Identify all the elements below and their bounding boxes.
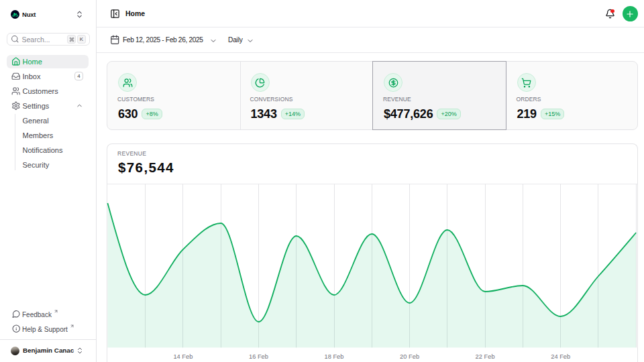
svg-text:16 Feb: 16 Feb — [249, 353, 268, 360]
svg-text:18 Feb: 18 Feb — [325, 353, 344, 360]
svg-text:22 Feb: 22 Feb — [476, 353, 495, 360]
svg-text:14 Feb: 14 Feb — [173, 353, 193, 360]
svg-text:20 Feb: 20 Feb — [400, 353, 419, 360]
svg-text:24 Feb: 24 Feb — [551, 353, 570, 360]
